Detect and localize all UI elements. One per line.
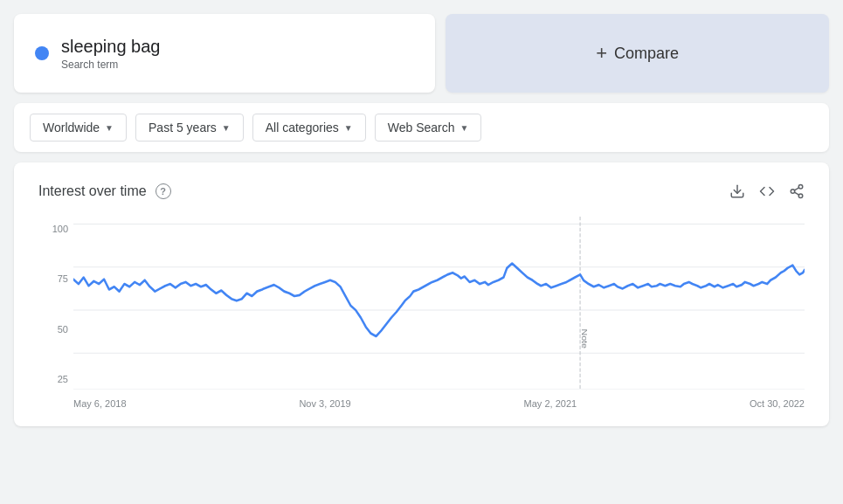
filter-region-button[interactable]: Worldwide ▼ bbox=[30, 114, 127, 142]
filter-category-button[interactable]: All categories ▼ bbox=[252, 114, 366, 142]
chevron-down-icon: ▼ bbox=[460, 123, 468, 133]
share-icon[interactable] bbox=[789, 183, 805, 199]
search-term-sublabel: Search term bbox=[61, 59, 160, 71]
y-label-75: 75 bbox=[38, 273, 68, 284]
filter-row: Worldwide ▼ Past 5 years ▼ All categorie… bbox=[14, 103, 829, 152]
y-label-100: 100 bbox=[38, 224, 68, 234]
search-term-label: sleeping bag bbox=[61, 37, 160, 57]
chevron-down-icon: ▼ bbox=[105, 123, 114, 133]
top-row: sleeping bag Search term + Compare bbox=[14, 14, 829, 93]
compare-plus-icon: + bbox=[596, 42, 607, 65]
main-container: sleeping bag Search term + Compare World… bbox=[0, 0, 843, 440]
x-label-2: Nov 3, 2019 bbox=[299, 398, 350, 409]
chart-header: Interest over time ? bbox=[38, 183, 805, 199]
filter-time-button[interactable]: Past 5 years ▼ bbox=[135, 114, 244, 142]
chevron-down-icon: ▼ bbox=[222, 123, 231, 133]
code-icon[interactable] bbox=[759, 183, 775, 199]
svg-line-5 bbox=[794, 188, 798, 190]
chart-area: 100 75 50 25 Note bbox=[38, 217, 805, 409]
y-label-50: 50 bbox=[38, 324, 68, 335]
search-term-text: sleeping bag Search term bbox=[61, 37, 160, 71]
chart-title-group: Interest over time ? bbox=[38, 183, 171, 199]
filter-category-label: All categories bbox=[266, 121, 339, 135]
filter-search-label: Web Search bbox=[388, 121, 455, 135]
search-term-dot bbox=[35, 46, 49, 60]
filter-region-label: Worldwide bbox=[43, 121, 100, 135]
compare-label: Compare bbox=[614, 45, 679, 63]
chart-title: Interest over time bbox=[38, 183, 147, 199]
x-label-4: Oct 30, 2022 bbox=[750, 398, 805, 409]
x-label-1: May 6, 2018 bbox=[73, 398, 127, 409]
filter-time-label: Past 5 years bbox=[149, 121, 217, 135]
chart-card: Interest over time ? bbox=[14, 162, 829, 426]
download-icon[interactable] bbox=[729, 183, 745, 199]
chevron-down-icon: ▼ bbox=[344, 123, 353, 133]
x-axis-labels: May 6, 2018 Nov 3, 2019 May 2, 2021 Oct … bbox=[73, 398, 805, 409]
chart-svg: Note bbox=[73, 217, 805, 390]
search-term-card: sleeping bag Search term bbox=[14, 14, 435, 93]
svg-text:Note: Note bbox=[580, 328, 589, 349]
help-icon[interactable]: ? bbox=[155, 183, 171, 199]
y-axis-labels: 100 75 50 25 bbox=[38, 224, 68, 384]
x-label-3: May 2, 2021 bbox=[524, 398, 577, 409]
svg-line-4 bbox=[794, 192, 798, 195]
y-label-25: 25 bbox=[38, 374, 68, 384]
compare-card[interactable]: + Compare bbox=[446, 14, 829, 93]
filter-search-button[interactable]: Web Search ▼ bbox=[375, 114, 482, 142]
compare-inner: + Compare bbox=[596, 42, 679, 65]
chart-actions bbox=[729, 183, 805, 199]
